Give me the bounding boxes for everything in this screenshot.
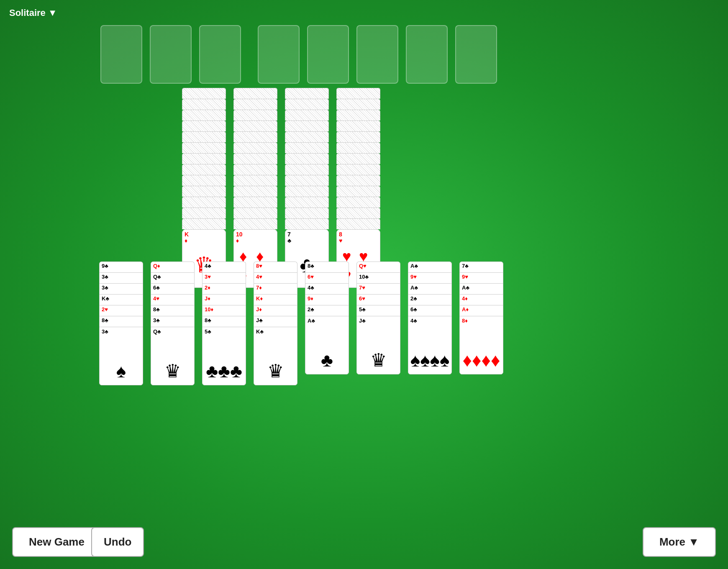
center-stacks-area: K ♦ ♛ 10 ♦ ♦♦ ♦♦ ♦♦ <box>182 88 380 288</box>
fd-card <box>182 186 226 197</box>
tableau-card[interactable]: A♣ <box>408 283 452 294</box>
tableau-card[interactable]: 2♣ <box>305 305 349 316</box>
tableau-card[interactable]: A♣♣ <box>305 316 349 374</box>
fd-card <box>233 142 277 153</box>
tableau-card[interactable]: 9♥ <box>408 272 452 283</box>
foundation-slot-5[interactable] <box>307 25 349 84</box>
foundation-slot-4[interactable] <box>258 25 300 84</box>
foundation-slot-7[interactable] <box>406 25 448 84</box>
fd-card <box>336 120 380 131</box>
fd-card <box>182 99 226 110</box>
more-button[interactable]: More ▼ <box>643 527 716 557</box>
card-label: Q♣ <box>153 328 192 335</box>
new-game-button[interactable]: New Game <box>12 527 101 557</box>
fd-card <box>336 88 380 99</box>
tableau-card[interactable]: J♦ <box>202 294 246 305</box>
tableau-card[interactable]: 8♣ <box>202 316 246 327</box>
tableau-col-3: 4♣3♥2♦J♦10♦8♣5♣♣♣♣ <box>202 261 246 385</box>
tableau-card[interactable]: 8♣ <box>151 305 195 316</box>
foundation-slot-8[interactable] <box>455 25 497 84</box>
tableau-card[interactable]: 3♣♠ <box>99 327 143 385</box>
tableau-card[interactable]: 8♣ <box>305 261 349 272</box>
tableau-card[interactable]: J♣ <box>254 316 297 327</box>
tableau-card[interactable]: 8♦♦♦♦♦ <box>459 316 503 374</box>
tableau-card[interactable]: 3♥ <box>202 272 246 283</box>
fd-card <box>285 120 329 131</box>
card-pip: ♣♣♣ <box>206 361 242 382</box>
fd-card <box>285 175 329 186</box>
fd-card <box>233 131 277 142</box>
tableau-card[interactable]: 2♥ <box>99 305 143 316</box>
tableau-card[interactable]: Q♣♛ <box>151 327 195 385</box>
fd-card <box>182 120 226 131</box>
tableau-card[interactable]: A♣ <box>408 261 452 272</box>
fd-card <box>285 197 329 208</box>
tableau-card[interactable]: 4♣♠♠♠♠ <box>408 316 452 374</box>
fd-card <box>336 208 380 218</box>
foundation-slot-2[interactable] <box>150 25 192 84</box>
tableau-col-8: 7♣9♥A♣4♦A♦8♦♦♦♦♦ <box>459 261 503 385</box>
fd-card <box>336 186 380 197</box>
tableau-card[interactable]: 5♣♣♣♣ <box>202 327 246 385</box>
card-label: A♣ <box>308 318 346 324</box>
title-dropdown-arrow[interactable]: ▼ <box>48 8 57 18</box>
fd-card <box>233 99 277 110</box>
tableau-card[interactable]: 9♣ <box>99 261 143 272</box>
tableau-card[interactable]: 3♣ <box>151 316 195 327</box>
tableau-card[interactable]: 4♣ <box>305 283 349 294</box>
tableau-card[interactable]: A♦ <box>459 305 503 316</box>
tableau-card[interactable]: Q♣ <box>151 272 195 283</box>
fd-card <box>182 110 226 120</box>
tableau-card[interactable]: 8♥ <box>254 261 297 272</box>
fd-card <box>285 186 329 197</box>
card-pip: ♠ <box>116 361 126 382</box>
bottom-tableau: 9♣3♣3♣K♣2♥8♣3♣♠Q♦Q♣6♣4♥8♣3♣Q♣♛4♣3♥2♦J♦10… <box>99 261 503 385</box>
tableau-card[interactable]: J♦ <box>254 305 297 316</box>
fd-card <box>233 175 277 186</box>
tableau-card[interactable]: 4♥ <box>151 294 195 305</box>
tableau-card[interactable]: 3♣ <box>99 272 143 283</box>
tableau-col-6: Q♥10♣7♥6♥5♣J♣♛ <box>356 261 400 385</box>
tableau-card[interactable]: 9♥ <box>459 272 503 283</box>
fd-card <box>336 164 380 175</box>
tableau-card[interactable]: 3♣ <box>99 283 143 294</box>
tableau-card[interactable]: 7♦ <box>254 283 297 294</box>
card-rank-suit: 10 ♦ <box>236 231 275 244</box>
tableau-card[interactable]: 6♥ <box>305 272 349 283</box>
tableau-card[interactable]: 10♦ <box>202 305 246 316</box>
tableau-card[interactable]: 6♣ <box>408 305 452 316</box>
tableau-card[interactable]: 2♣ <box>408 294 452 305</box>
fd-card <box>285 153 329 164</box>
tableau-card[interactable]: 2♦ <box>202 283 246 294</box>
tableau-card[interactable]: 6♥ <box>356 294 400 305</box>
undo-button[interactable]: Undo <box>91 527 144 557</box>
tableau-card[interactable]: 8♣ <box>99 316 143 327</box>
tableau-card[interactable]: K♣♛ <box>254 327 297 385</box>
foundation-slot-3[interactable] <box>199 25 241 84</box>
fd-card <box>336 142 380 153</box>
fd-card <box>233 110 277 120</box>
tableau-card[interactable]: K♣ <box>99 294 143 305</box>
tableau-card[interactable]: A♣ <box>459 283 503 294</box>
fd-card <box>182 175 226 186</box>
tableau-card[interactable]: 4♥ <box>254 272 297 283</box>
tableau-card[interactable]: 4♦ <box>459 294 503 305</box>
tableau-card[interactable]: 10♣ <box>356 272 400 283</box>
tableau-card[interactable]: 6♣ <box>151 283 195 294</box>
foundation-slot-1[interactable] <box>100 25 142 84</box>
fd-card <box>285 142 329 153</box>
tableau-card[interactable]: Q♦ <box>151 261 195 272</box>
tableau-card[interactable]: 5♣ <box>356 305 400 316</box>
card-label: 3♣ <box>102 328 141 335</box>
fd-card <box>182 197 226 208</box>
tableau-card[interactable]: K♦ <box>254 294 297 305</box>
foundation-slot-6[interactable] <box>356 25 398 84</box>
tableau-card[interactable]: 4♣ <box>202 261 246 272</box>
fd-card <box>233 120 277 131</box>
tableau-card[interactable]: 7♣ <box>459 261 503 272</box>
card-label: 5♣ <box>205 328 244 335</box>
tableau-card[interactable]: Q♥ <box>356 261 400 272</box>
tableau-card[interactable]: 7♥ <box>356 283 400 294</box>
tableau-card[interactable]: 9♦ <box>305 294 349 305</box>
tableau-card[interactable]: J♣♛ <box>356 316 400 374</box>
